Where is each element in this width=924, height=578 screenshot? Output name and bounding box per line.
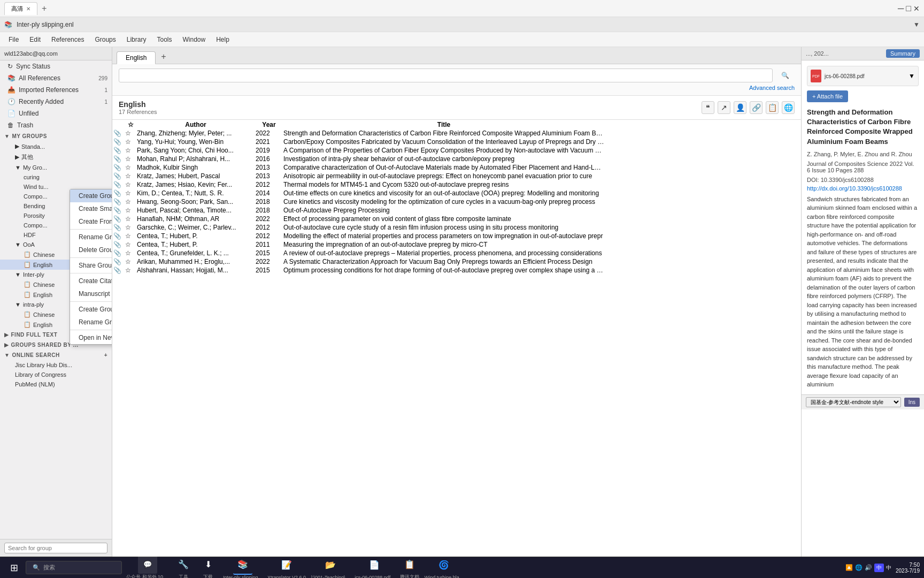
table-row[interactable]: 📎 ☆ Hwang, Seong-Soon; Park, San... 2018…	[113, 198, 604, 206]
sidebar-search-input[interactable]	[4, 543, 107, 553]
taskbar-app-0[interactable]: 💬 公众号 和另外 10 ...	[124, 554, 171, 578]
context-menu-create-smart-group[interactable]: Create Smart Group...	[70, 202, 112, 215]
ref-tool-button[interactable]: 📋	[766, 101, 779, 114]
sidebar-group-mygroup[interactable]: ▼ My Gro...	[0, 163, 112, 172]
content-tab-english[interactable]: English	[117, 51, 156, 64]
row-star[interactable]: ☆	[125, 258, 136, 265]
search-input[interactable]	[119, 69, 773, 82]
summary-tab[interactable]: Summary	[886, 49, 920, 58]
sidebar-recently-added[interactable]: 🕐 Recently Added 1	[0, 96, 112, 108]
tray-ime[interactable]: 中	[874, 564, 884, 572]
menu-edit[interactable]: Edit	[25, 34, 45, 45]
quote-tool-button[interactable]: ❝	[702, 101, 714, 114]
row-star[interactable]: ☆	[125, 267, 136, 274]
close-tab-icon[interactable]: ✕	[26, 6, 30, 12]
row-star[interactable]: ☆	[125, 189, 136, 197]
row-star[interactable]: ☆	[125, 241, 136, 248]
sidebar-sync[interactable]: ↻ Sync Status	[0, 60, 112, 72]
start-button[interactable]: ⊞	[4, 558, 24, 577]
dropdown-icon[interactable]: ▼	[913, 21, 920, 28]
row-star[interactable]: ☆	[125, 130, 136, 137]
taskbar-app-4[interactable]: 📝 Xtranslator V2.6.0	[265, 556, 308, 579]
context-menu-share-group[interactable]: Share Group...	[70, 259, 112, 272]
style-select[interactable]: 国基金-参考文献-endnote style	[806, 397, 901, 407]
sidebar-group-standa[interactable]: ▶ Standa...	[0, 141, 112, 151]
search-button[interactable]: 🔍	[776, 69, 795, 82]
share-tool-button[interactable]: ↗	[718, 101, 730, 114]
menu-help[interactable]: Help	[212, 34, 234, 45]
context-menu-delete-group[interactable]: Delete Group	[70, 244, 112, 256]
col-header-star[interactable]: ☆	[125, 121, 136, 128]
menu-window[interactable]: Window	[178, 34, 210, 45]
row-star[interactable]: ☆	[125, 198, 136, 206]
context-menu-citation-report[interactable]: Create Citation Report	[70, 275, 112, 287]
sidebar-unfiled[interactable]: 📄 Unfiled	[0, 108, 112, 119]
table-row[interactable]: 📎 ☆ Centea, T.; Hubert, P. 2012 Modellin…	[113, 232, 604, 240]
context-menu-rename-group[interactable]: Rename Group	[70, 231, 112, 244]
context-menu-create-group[interactable]: Create Group	[70, 189, 112, 202]
menu-groups[interactable]: Groups	[90, 34, 120, 45]
row-star[interactable]: ☆	[125, 207, 136, 214]
row-star[interactable]: ☆	[125, 232, 136, 240]
table-row[interactable]: 📎 ☆ Alshahrani, Hassan; Hojjati, M... 20…	[113, 267, 604, 274]
table-row[interactable]: 📎 ☆ Kratz, James; Hsiao, Kevin; Fer... 2…	[113, 181, 604, 188]
table-row[interactable]: 📎 ☆ Kratz, James; Hubert, Pascal 2013 An…	[113, 172, 604, 180]
table-row[interactable]: 📎 ☆ Hanafiah, NHM; Othman, AR 2022 Effec…	[113, 215, 604, 223]
table-row[interactable]: 📎 ☆ Hubert, Pascal; Centea, Timote... 20…	[113, 207, 604, 214]
my-groups-section[interactable]: ▼ MY GROUPS	[0, 131, 112, 141]
col-header-author[interactable]: Author	[137, 121, 255, 128]
row-star[interactable]: ☆	[125, 172, 136, 180]
row-star[interactable]: ☆	[125, 249, 136, 257]
sidebar-trash[interactable]: 🗑 Trash	[0, 119, 112, 131]
row-star[interactable]: ☆	[125, 147, 136, 154]
pdf-filename[interactable]: jcs-06-00288.pdf	[825, 73, 905, 79]
table-row[interactable]: 📎 ☆ Centea, T.; Hubert, P. 2011 Measurin…	[113, 241, 604, 248]
context-menu-create-from-groups[interactable]: Create From Groups...	[70, 215, 112, 228]
row-star[interactable]: ☆	[125, 215, 136, 223]
table-row[interactable]: 📎 ☆ Kim, D.; Centea, T.; Nutt, S. R. 201…	[113, 189, 604, 197]
right-panel-doi-link[interactable]: http://dx.doi.org/10.3390/jcs6100288	[807, 185, 919, 192]
title-tab[interactable]: 高清 ✕	[4, 2, 37, 15]
insert-button[interactable]: Ins	[904, 398, 920, 407]
sidebar-group-curing[interactable]: curing	[0, 172, 112, 182]
taskbar-app-3[interactable]: 📚 Inter-ply slipping...	[221, 556, 264, 579]
sidebar-all-refs[interactable]: 📚 All References 299	[0, 72, 112, 84]
menu-references[interactable]: References	[47, 34, 88, 45]
close-window-button[interactable]: ✕	[913, 4, 920, 13]
taskbar-app-7[interactable]: 📋 腾讯文档	[398, 554, 421, 578]
table-row[interactable]: 📎 ☆ Yang, Yu-Hui; Young, Wen-Bin 2021 Ca…	[113, 138, 604, 146]
content-tab-add[interactable]: +	[158, 52, 169, 62]
sidebar-jisc[interactable]: Jisc Library Hub Dis...	[0, 360, 112, 370]
taskbar-app-6[interactable]: 📄 jcs-06-00288.pdf...	[352, 556, 397, 579]
col-header-icon[interactable]	[113, 121, 124, 128]
menu-library[interactable]: Library	[122, 34, 151, 45]
taskbar-app-1[interactable]: 🔧 工具	[172, 554, 195, 578]
add-tab-button[interactable]: +	[42, 4, 47, 13]
context-menu-manuscript-matcher[interactable]: Manuscript Matcher	[70, 287, 112, 300]
sidebar-group-other[interactable]: ▶ 其他	[0, 151, 112, 163]
menu-tools[interactable]: Tools	[152, 34, 176, 45]
col-header-year[interactable]: Year	[256, 121, 282, 128]
table-row[interactable]: 📎 ☆ Garschke, C.; Weimer, C.; Parlev... …	[113, 224, 604, 231]
table-row[interactable]: 📎 ☆ Zhang, Zhizheng; Myler, Peter; ... 2…	[113, 130, 604, 137]
sidebar-pubmed[interactable]: PubMed (NLM)	[0, 379, 112, 389]
sidebar-imported[interactable]: 📥 Imported References 1	[0, 84, 112, 96]
context-menu-rename-group-set[interactable]: Rename Group Set	[70, 316, 112, 329]
taskbar-search[interactable]: 🔍 搜索	[26, 561, 122, 574]
advanced-search-link[interactable]: Advanced search	[119, 85, 795, 91]
context-menu-open-new-tab[interactable]: Open in New Tab	[70, 331, 112, 344]
taskbar-app-8[interactable]: 🌀 Wind turbine bla...	[422, 556, 466, 579]
minimize-button[interactable]: ─	[898, 4, 904, 13]
tray-ime2[interactable]: 中	[886, 564, 891, 572]
table-row[interactable]: 📎 ☆ Madhok, Kulbir Singh 2013 Comparativ…	[113, 164, 604, 171]
table-row[interactable]: 📎 ☆ Arikan, Muhammed H.; Eroglu,... 2022…	[113, 258, 604, 265]
menu-file[interactable]: File	[4, 34, 23, 45]
context-menu-create-group-set[interactable]: Create Group Set	[70, 303, 112, 316]
taskbar-app-2[interactable]: ⬇ 下载	[196, 554, 220, 578]
row-star[interactable]: ☆	[125, 155, 136, 163]
table-row[interactable]: 📎 ☆ Mohan, Rahul P; Alshahrani, H... 201…	[113, 155, 604, 163]
link-tool-button[interactable]: 🔗	[750, 101, 763, 114]
col-header-title[interactable]: Title	[283, 121, 604, 128]
row-star[interactable]: ☆	[125, 181, 136, 188]
row-star[interactable]: ☆	[125, 224, 136, 231]
